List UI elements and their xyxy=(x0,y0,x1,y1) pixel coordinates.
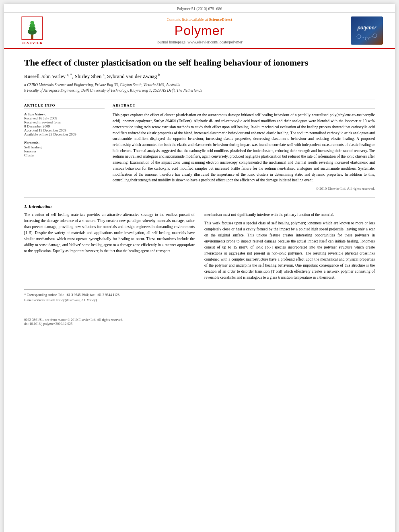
authors-text: Russell John Varley a, *, Shirley Shen a… xyxy=(24,73,160,79)
page-footer: 0032-3861/$ – see front matter © 2010 El… xyxy=(4,315,395,328)
keywords-label: Keywords: xyxy=(24,140,105,144)
section-divider xyxy=(24,197,375,197)
footer-doi: doi:10.1016/j.polymer.2009.12.025 xyxy=(24,322,375,326)
article-info-label: ARTICLE INFO xyxy=(24,103,105,109)
intro-col1: The creation of self healing materials p… xyxy=(24,212,195,283)
abstract-text: This paper explores the effect of cluste… xyxy=(113,112,375,183)
svg-text:polymer: polymer xyxy=(357,25,377,31)
intro-heading: 1. Introduction xyxy=(24,204,375,209)
sciencedirect-link: Contents lists available at ScienceDirec… xyxy=(56,17,343,22)
received-revised-label: Received in revised form xyxy=(24,120,105,124)
journal-center-info: Contents lists available at ScienceDirec… xyxy=(56,17,343,44)
keyword-cluster: Cluster xyxy=(24,153,105,157)
elsevier-logo: ELSEVIER xyxy=(20,16,44,45)
polymer-badge: polymer xyxy=(351,16,383,45)
affiliations: a CSIRO Materials Science and Engineerin… xyxy=(24,82,375,94)
abstract-col: ABSTRACT This paper explores the effect … xyxy=(113,103,375,191)
svg-point-4 xyxy=(30,21,34,25)
journal-title: Polymer xyxy=(56,23,343,38)
article-info-col: ARTICLE INFO Article history: Received 1… xyxy=(24,103,105,191)
footnote-area: * Corresponding author. Tel.: +61 3 9545… xyxy=(24,290,375,303)
sciencedirect-name: ScienceDirect xyxy=(209,17,232,22)
journal-homepage: journal homepage: www.elsevier.com/locat… xyxy=(56,40,343,44)
affiliation-b: b Faculty of Aerospace Engineering, Delf… xyxy=(24,88,375,93)
abstract-label: ABSTRACT xyxy=(113,103,375,109)
article-title: The effect of cluster plasticisation on … xyxy=(24,57,375,69)
history-label: Article history: xyxy=(24,112,105,116)
email-note: E-mail address: russell.varley@csiro.au … xyxy=(24,298,375,303)
page: Polymer 51 (2010) 679–686 ELSEVIER xyxy=(4,4,395,532)
received-revised-date: 8 December 2009 xyxy=(24,124,105,128)
intro-two-col: The creation of self healing materials p… xyxy=(24,212,375,283)
intro-col2: mechanism must not significantly interfe… xyxy=(204,212,375,283)
elsevier-text: ELSEVIER xyxy=(21,41,43,45)
authors: Russell John Varley a, *, Shirley Shen a… xyxy=(24,73,375,80)
accepted-date: Accepted 19 December 2009 xyxy=(24,128,105,132)
footer-issn: 0032-3861/$ – see front matter © 2010 El… xyxy=(24,318,375,322)
keyword-ionomer: Ionomer xyxy=(24,149,105,153)
copyright-text: © 2010 Elsevier Ltd. All rights reserved… xyxy=(113,187,375,191)
svg-rect-0 xyxy=(31,35,33,39)
intro-col1-text: The creation of self healing materials p… xyxy=(24,212,195,254)
article-history: Article history: Received 16 July 2009 R… xyxy=(24,112,105,136)
keyword-self-healing: Self healing xyxy=(24,145,105,149)
journal-header: ELSEVIER Contents lists available at Sci… xyxy=(4,13,395,49)
intro-col2-text: mechanism must not significantly interfe… xyxy=(204,212,375,281)
journal-ref-text: Polymer 51 (2010) 679–686 xyxy=(177,6,222,11)
journal-reference-bar: Polymer 51 (2010) 679–686 xyxy=(4,4,395,13)
polymer-badge-image: polymer xyxy=(351,16,383,45)
affiliation-a: a CSIRO Materials Science and Engineerin… xyxy=(24,82,375,88)
elsevier-tree-icon xyxy=(20,16,44,40)
polymer-badge-container: polymer xyxy=(343,16,391,45)
available-date: Available online 29 December 2009 xyxy=(24,132,105,136)
received-date: Received 16 July 2009 xyxy=(24,116,105,120)
corresponding-author-note: * Corresponding author. Tel.: +61 3 9545… xyxy=(24,292,375,298)
article-info-abstract-section: ARTICLE INFO Article history: Received 1… xyxy=(24,99,375,191)
main-content: The effect of cluster plasticisation on … xyxy=(4,49,395,311)
elsevier-logo-container: ELSEVIER xyxy=(8,16,56,45)
